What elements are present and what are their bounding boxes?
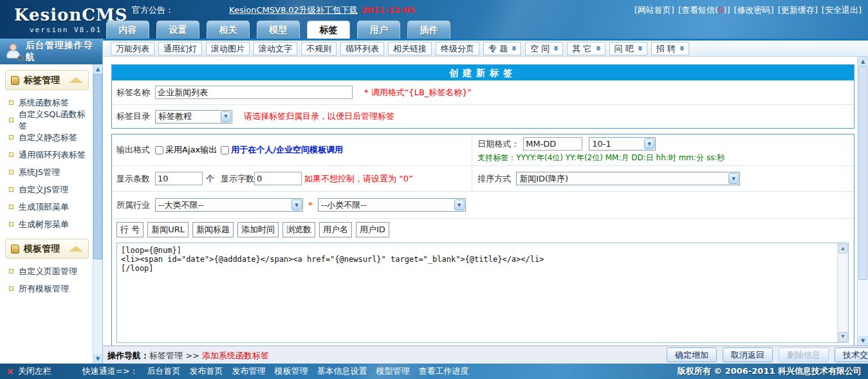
quick-link-admin-home[interactable]: 后台首页 [147, 365, 181, 377]
tag-dir-hint: 请选择标签归属目录，以便日后管理标签 [244, 111, 394, 122]
scroll-down-button[interactable]: ▼ [93, 354, 102, 364]
subnav-tab-slideshow[interactable]: 通用幻灯 [158, 42, 202, 55]
template-code-textarea[interactable]: [loop={@num}] <li><span id="date">{@addd… [117, 243, 837, 342]
create-tag-panel: 创建新标签 标签名称 * 调用格式“{LB_标签名称}” 标签目录 标签教程 ▼… [111, 64, 854, 129]
sidebar-item-loop-list-tags[interactable]: 通用循环列表标签 [0, 146, 93, 163]
subnav-menu-other[interactable]: 其 它« [567, 42, 605, 55]
tab-label[interactable]: 标签 [307, 21, 350, 39]
industry-cell: 所属行业 --大类不限-- ▼ * --小类不限-- ▼ [112, 192, 854, 218]
subnav-tab-related-links[interactable]: 相关链接 [388, 42, 432, 55]
subnav-menu-ask[interactable]: 问 吧« [609, 42, 647, 55]
subnav-menu-recruit[interactable]: 招 聘« [651, 42, 689, 55]
field-button-addtime[interactable]: 添加时间 [237, 222, 279, 237]
tab-settings[interactable]: 设置 [156, 21, 199, 39]
tag-dir-select[interactable]: 标签教程 ▼ [155, 110, 232, 124]
breadcrumb-current: 添加系统函数标签 [202, 351, 269, 360]
sidebar-item-custom-js[interactable]: 自定义JS管理 [0, 181, 93, 198]
tab-model[interactable]: 模型 [257, 21, 300, 39]
confirm-add-button[interactable]: 确定增加 [667, 347, 717, 362]
date-format-select[interactable]: 10-1 ▼ [589, 137, 656, 151]
tech-exchange-button[interactable]: 技术交流 [835, 347, 868, 362]
sidebar-item-label: 自定义SQL函数标签 [19, 109, 93, 132]
scroll-up-button[interactable]: ▲ [838, 244, 847, 254]
bullet-icon [9, 286, 14, 291]
notice-link[interactable]: KesionCMSV8.02升级补丁包下载 [229, 5, 358, 15]
scroll-down-button[interactable]: ▼ [858, 336, 868, 346]
display-chars-input[interactable] [254, 172, 302, 185]
display-count-input[interactable] [155, 172, 203, 185]
cancel-return-button[interactable]: 取消返回 [723, 347, 773, 362]
subnav-menu-space[interactable]: 空 间« [525, 42, 563, 55]
textarea-scrollbar[interactable]: ▲ ▼ [837, 243, 848, 342]
sidebar-section-template-management[interactable]: 模板管理 [5, 239, 89, 259]
sidebar-scrollbar[interactable]: ▲ ▼ [93, 64, 102, 364]
quick-link-templates[interactable]: 模板管理 [275, 365, 308, 377]
sidebar-item-label: 自定义JS管理 [19, 184, 68, 196]
industry-minor-select[interactable]: --小类不限-- ▼ [318, 198, 466, 212]
scrollbar-thumb[interactable] [858, 66, 867, 280]
sort-select[interactable]: 新闻ID(降序) ▼ [516, 172, 740, 185]
scroll-down-button[interactable]: ▼ [838, 332, 847, 342]
industry-label: 所属行业 [116, 199, 150, 211]
sidebar-item-top-menu[interactable]: 生成顶部菜单 [0, 198, 93, 216]
subnav-tab-loop-list[interactable]: 循环列表 [340, 42, 384, 55]
subnav-tab-scroll-image[interactable]: 滚动图片 [206, 42, 250, 55]
tag-name-input[interactable] [155, 86, 353, 99]
footer-bar: × 关闭左栏 快速通道=>： 后台首页 发布首页 发布管理 模板管理 基本信息设… [0, 364, 868, 379]
quick-link-site-home[interactable]: 发布首页 [190, 365, 223, 377]
top-link-logout[interactable]: [安全退出] [822, 5, 862, 15]
subnav-tab-universal-list[interactable]: 万能列表 [111, 42, 154, 55]
subnav-tab-scroll-text[interactable]: 滚动文字 [254, 42, 297, 55]
bullet-icon [9, 135, 14, 140]
sidebar-item-system-js[interactable]: 系统JS管理 [0, 163, 93, 181]
sort-cell: 排序方式 新闻ID(降序) ▼ [472, 166, 854, 191]
field-button-username[interactable]: 用户名 [319, 222, 352, 237]
quick-link-basic-info[interactable]: 基本信息设置 [317, 365, 367, 377]
dropdown-arrow-icon: ▼ [221, 111, 231, 122]
scroll-up-button[interactable]: ▲ [93, 64, 102, 74]
bullet-icon [9, 170, 14, 174]
subnav-menu-special[interactable]: 专 题« [483, 42, 521, 55]
scrollbar-thumb[interactable] [93, 74, 102, 259]
tab-plugin[interactable]: 插件 [407, 21, 450, 39]
ajax-output-checkbox[interactable] [155, 146, 163, 154]
subnav-tab-pagination[interactable]: 终级分页 [436, 42, 479, 55]
quick-link-models[interactable]: 模型管理 [376, 365, 410, 377]
field-button-newstitle[interactable]: 新闻标题 [192, 222, 234, 237]
sidebar-item-label: 生成树形菜单 [19, 219, 69, 230]
quick-link-publish[interactable]: 发布管理 [232, 365, 266, 377]
field-button-newsurl[interactable]: 新闻URL [147, 222, 189, 237]
sidebar-section-tag-management[interactable]: 标签管理 [5, 70, 89, 90]
scroll-up-button[interactable]: ▲ [858, 57, 868, 66]
sidebar-item-custom-pages[interactable]: 自定义页面管理 [0, 263, 93, 280]
industry-row: 所属行业 --大类不限-- ▼ * --小类不限-- ▼ [112, 191, 854, 218]
breadcrumb: 操作导航：标签管理 >> 添加系统函数标签 [107, 350, 269, 362]
top-link-sms[interactable]: [查看短信(0)] [678, 5, 730, 15]
space-template-checkbox[interactable] [221, 146, 229, 154]
chars-hint: 如果不想控制，请设置为 “0” [304, 173, 413, 185]
date-format-input[interactable] [523, 137, 582, 151]
sidebar: 后台管理操作导航 标签管理 系统函数标签 自定义SQL函数标签 自定义静态标签 … [0, 39, 103, 364]
bullet-icon [9, 153, 14, 157]
top-link-home[interactable]: [网站首页] [634, 5, 674, 15]
sidebar-item-custom-sql-tags[interactable]: 自定义SQL函数标签 [0, 111, 93, 129]
tab-content[interactable]: 内容 [106, 21, 149, 39]
main-scrollbar[interactable]: ▲ ▼ [857, 57, 868, 346]
hand-icon [11, 76, 19, 85]
app-version: version V8.01 [30, 26, 102, 34]
subnav-tab-irregular[interactable]: 不规则 [301, 42, 337, 55]
tab-related[interactable]: 相关 [207, 21, 250, 39]
sidebar-item-tree-menu[interactable]: 生成树形菜单 [0, 216, 93, 233]
main-content: 创建新标签 标签名称 * 调用格式“{LB_标签名称}” 标签目录 标签教程 ▼… [103, 57, 857, 346]
field-button-userid[interactable]: 用户ID [356, 222, 389, 237]
tab-user[interactable]: 用户 [357, 21, 400, 39]
sidebar-item-all-templates[interactable]: 所有模板管理 [0, 280, 93, 297]
field-button-rownum[interactable]: 行 号 [116, 222, 143, 237]
ajax-output-label: 采用Ajax输出 [165, 144, 217, 156]
field-button-views[interactable]: 浏览数 [282, 222, 315, 237]
close-left-panel-button[interactable]: × 关闭左栏 [6, 365, 51, 377]
quick-link-progress[interactable]: 查看工作进度 [419, 365, 469, 377]
top-link-password[interactable]: [修改密码] [734, 5, 774, 15]
industry-major-select[interactable]: --大类不限-- ▼ [155, 198, 303, 212]
top-link-cache[interactable]: [更新缓存] [778, 5, 818, 15]
